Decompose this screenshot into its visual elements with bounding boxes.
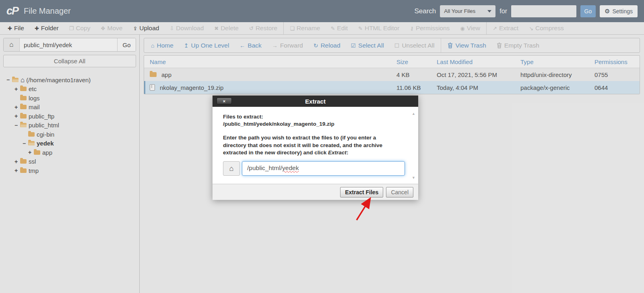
- select-all-label: Select All: [358, 42, 384, 49]
- folder-tree: − ⌂ (/home/magento1raven) + etc logs +: [3, 75, 136, 175]
- folder-icon: [28, 132, 35, 137]
- toolbar-folder-label: Folder: [41, 25, 59, 32]
- expand-toggle[interactable]: +: [14, 113, 20, 119]
- scroll-down-icon[interactable]: ▼: [412, 176, 415, 180]
- key-icon: ⚷: [410, 25, 414, 31]
- toolbar-move-label: Move: [107, 25, 122, 32]
- tree-node-app[interactable]: + app: [3, 148, 136, 157]
- up-one-level-button[interactable]: ↥Up One Level: [179, 38, 235, 52]
- expand-toggle[interactable]: +: [28, 149, 34, 156]
- file-nav-bar: ⌂Home ↥Up One Level ←Back →Forward ↻Relo…: [144, 38, 640, 53]
- toolbar-view-label: View: [467, 25, 480, 32]
- cell-permissions: 0644: [594, 84, 640, 91]
- tree-node-public-html[interactable]: − public_html: [3, 121, 136, 130]
- toolbar-edit-button: ✎Edit: [325, 22, 353, 34]
- tree-node-cgi-bin[interactable]: cgi-bin: [3, 130, 136, 139]
- tree-node-home[interactable]: − ⌂ (/home/magento1raven): [3, 75, 136, 85]
- home-button[interactable]: ⌂Home: [146, 38, 179, 52]
- extract-path-input[interactable]: /public_html/yedek: [242, 161, 405, 176]
- cell-permissions: 0755: [594, 71, 640, 78]
- cpanel-logo: cP: [6, 5, 18, 17]
- tree-node-tmp[interactable]: + tmp: [3, 166, 136, 175]
- toolbar-upload-button[interactable]: ⇪Upload: [128, 22, 164, 34]
- tree-node-label: app: [42, 149, 52, 156]
- back-label: Back: [248, 42, 261, 49]
- path-go-button[interactable]: Go: [117, 38, 136, 51]
- tree-node-logs[interactable]: logs: [3, 94, 136, 103]
- tree-node-ssl[interactable]: + ssl: [3, 157, 136, 166]
- tree-node-etc[interactable]: + etc: [3, 85, 136, 94]
- home-icon: ⌂: [229, 164, 234, 173]
- search-label: Search: [414, 7, 436, 15]
- tree-node-label: etc: [29, 85, 37, 92]
- collapse-toggle[interactable]: −: [23, 140, 28, 147]
- tree-node-yedek[interactable]: − yedek: [3, 139, 136, 148]
- back-button[interactable]: ←Back: [234, 38, 266, 52]
- folder-icon: [20, 159, 27, 164]
- table-row-selected[interactable]: nkolay_magento_19.zip 11.06 KB Today, 4:…: [144, 81, 640, 94]
- view-trash-button[interactable]: View Trash: [442, 38, 491, 52]
- reload-button[interactable]: ↻Reload: [308, 38, 346, 52]
- top-header: cP File Manager Search All Your Files fo…: [0, 0, 644, 22]
- extract-arrows-icon: ↗: [493, 25, 497, 31]
- select-all-button[interactable]: ☑Select All: [346, 38, 389, 52]
- extract-files-button[interactable]: Extract Files: [340, 187, 383, 197]
- extract-instructions: Enter the path you wish to extract the f…: [223, 134, 396, 156]
- tree-node-mail[interactable]: + mail: [3, 103, 136, 112]
- expand-toggle[interactable]: +: [14, 86, 20, 92]
- expand-toggle[interactable]: +: [14, 167, 20, 174]
- column-header-name[interactable]: Name: [144, 58, 396, 65]
- close-button[interactable]: ×: [217, 98, 232, 104]
- forward-button: →Forward: [267, 38, 308, 52]
- tree-node-label: yedek: [37, 140, 54, 147]
- scroll-up-icon[interactable]: ▲: [412, 112, 415, 116]
- collapse-toggle[interactable]: −: [14, 122, 20, 129]
- search-scope-select[interactable]: All Your Files: [440, 5, 495, 17]
- tree-node-label: public_ftp: [29, 113, 54, 120]
- column-header-permissions[interactable]: Permissions: [594, 58, 640, 65]
- extract-dialog-body: Files to extract: /public_html/yedek/nko…: [213, 107, 418, 184]
- home-path-button[interactable]: ⌂: [4, 38, 20, 51]
- checked-box-icon: ☑: [351, 42, 356, 49]
- filebar-divider: [441, 38, 441, 52]
- path-input[interactable]: [20, 38, 117, 51]
- file-table: Name Size Last Modified Type Permissions…: [144, 55, 640, 94]
- restore-undo-icon: ↺: [249, 25, 254, 31]
- home-icon: ⌂: [151, 42, 154, 49]
- for-label: for: [500, 8, 507, 15]
- tree-node-label: ssl: [29, 158, 36, 165]
- toolbar-extract-button: ↗Extract: [487, 22, 524, 34]
- toolbar-copy-button: ❐Copy: [64, 22, 96, 34]
- toolbar-extract-label: Extract: [499, 25, 518, 32]
- tree-node-label: tmp: [29, 167, 39, 174]
- upload-icon: ⇪: [133, 25, 137, 31]
- toolbar-folder-button[interactable]: ✚Folder: [29, 22, 64, 34]
- table-row[interactable]: app 4 KB Oct 17, 2021, 5:56 PM httpd/uni…: [144, 68, 640, 81]
- cell-last-modified: Today, 4:04 PM: [437, 84, 520, 91]
- collapse-toggle[interactable]: −: [6, 77, 12, 83]
- column-header-last-modified[interactable]: Last Modified: [437, 58, 520, 65]
- tree-node-public-ftp[interactable]: + public_ftp: [3, 112, 136, 121]
- search-go-button[interactable]: Go: [580, 5, 596, 17]
- cell-name: nkolay_magento_19.zip: [145, 84, 396, 91]
- toolbar-restore-button: ↺Restore: [244, 22, 283, 34]
- toolbar-rename-label: Rename: [297, 25, 320, 32]
- home-path-button[interactable]: ⌂: [223, 161, 240, 176]
- download-icon: ⇩: [169, 25, 174, 31]
- toolbar-compress-label: Compress: [535, 25, 564, 32]
- search-input[interactable]: [511, 5, 576, 17]
- expand-toggle[interactable]: +: [14, 104, 20, 110]
- collapse-all-button[interactable]: Collapse All: [3, 55, 136, 67]
- column-header-size[interactable]: Size: [396, 58, 437, 65]
- column-header-type[interactable]: Type: [520, 58, 594, 65]
- expand-toggle[interactable]: +: [14, 158, 20, 165]
- move-icon: ✥: [101, 25, 105, 31]
- folder-icon: [20, 114, 27, 118]
- folder-open-icon: [12, 78, 19, 82]
- search-scope-value: All Your Files: [444, 8, 475, 14]
- toolbar-file-label: File: [14, 25, 24, 32]
- settings-button[interactable]: ⚙ Settings: [600, 5, 638, 17]
- folder-icon: [20, 87, 27, 91]
- toolbar-file-button[interactable]: ✚File: [2, 22, 29, 34]
- cancel-button[interactable]: Cancel: [386, 187, 413, 197]
